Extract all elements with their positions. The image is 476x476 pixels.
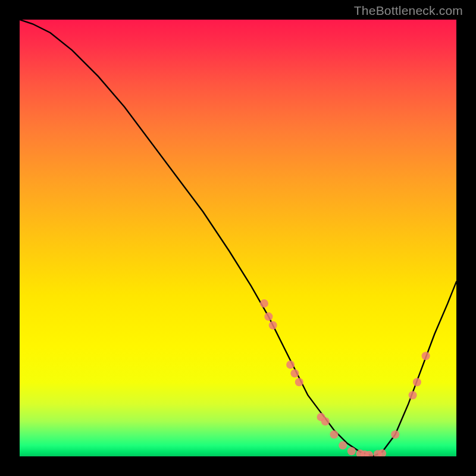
sample-point bbox=[264, 312, 273, 321]
sample-point bbox=[409, 391, 417, 399]
sample-point bbox=[413, 378, 421, 386]
sample-point bbox=[330, 430, 339, 439]
bottleneck-curve bbox=[20, 20, 456, 456]
sample-markers bbox=[260, 299, 430, 456]
chart-svg bbox=[20, 20, 456, 456]
sample-point bbox=[339, 441, 347, 450]
sample-point bbox=[286, 361, 295, 369]
sample-point bbox=[295, 378, 303, 386]
sample-point bbox=[290, 369, 299, 378]
watermark-text: TheBottleneck.com bbox=[354, 4, 463, 18]
sample-point bbox=[391, 430, 399, 439]
sample-point bbox=[378, 449, 386, 456]
plot-area bbox=[20, 20, 456, 456]
sample-point bbox=[269, 321, 277, 330]
sample-point bbox=[422, 352, 430, 360]
chart-frame: TheBottleneck.com bbox=[0, 0, 476, 476]
sample-point bbox=[260, 299, 268, 308]
sample-point bbox=[347, 447, 356, 455]
sample-point bbox=[321, 417, 330, 425]
